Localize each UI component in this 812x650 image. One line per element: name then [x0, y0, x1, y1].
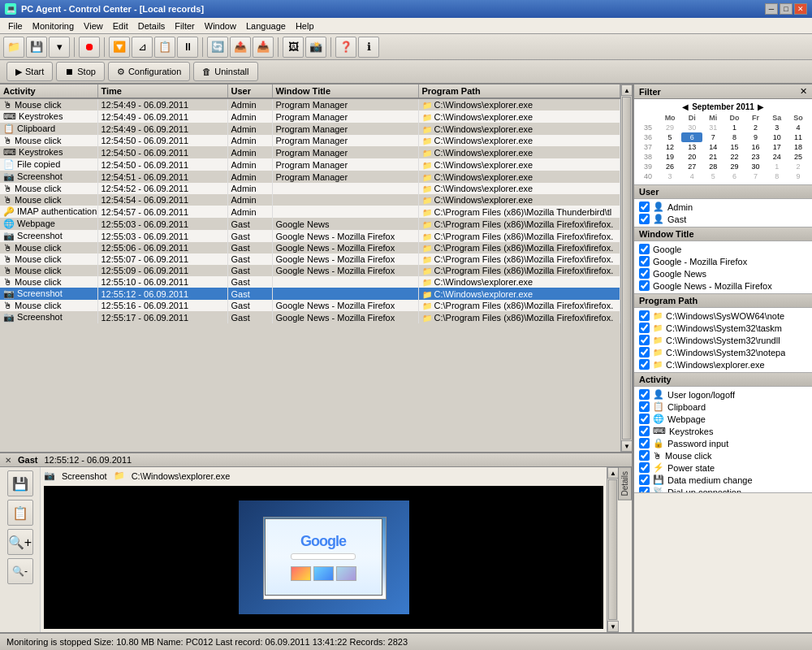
- configuration-button[interactable]: ⚙ Configuration: [108, 62, 190, 81]
- table-row[interactable]: 📋 Clipboard 12:54:49 - 06.09.2011 Admin …: [0, 123, 620, 135]
- user-checkbox[interactable]: [639, 214, 650, 224]
- table-row[interactable]: 📷 Screenshot 12:55:17 - 06.09.2011 Gast …: [0, 311, 620, 323]
- path-checkbox[interactable]: [639, 335, 650, 345]
- calendar-day[interactable]: 18: [788, 142, 809, 152]
- calendar-day[interactable]: 12: [659, 142, 681, 152]
- scroll-up-arrow[interactable]: ▲: [621, 84, 632, 96]
- calendar-day[interactable]: 2: [745, 123, 767, 132]
- calendar-day[interactable]: 3: [659, 171, 681, 181]
- menu-window[interactable]: Window: [200, 20, 241, 32]
- toolbar-import[interactable]: 📥: [253, 37, 274, 58]
- filter-activity-item[interactable]: 🔒Password input: [637, 437, 809, 449]
- filter-activity-item[interactable]: ⌨Keystrokes: [637, 425, 809, 437]
- filter-activity-item[interactable]: 👤User logon/logoff: [637, 388, 809, 401]
- window-checkbox[interactable]: [639, 256, 650, 266]
- calendar-day[interactable]: 22: [723, 152, 745, 162]
- toolbar-record[interactable]: ⏺: [79, 37, 100, 58]
- maximize-button[interactable]: □: [780, 3, 793, 15]
- calendar-day[interactable]: 6: [723, 171, 745, 181]
- calendar-day[interactable]: 20: [681, 152, 702, 162]
- cal-prev-btn[interactable]: ◀: [679, 102, 692, 111]
- calendar-day[interactable]: 30: [681, 123, 702, 132]
- close-button[interactable]: ✕: [794, 3, 807, 15]
- menu-filter[interactable]: Filter: [170, 20, 199, 32]
- calendar-day[interactable]: 29: [723, 162, 745, 171]
- calendar-day[interactable]: 29: [659, 123, 681, 132]
- toolbar-help[interactable]: ❓: [335, 37, 356, 58]
- calendar-day[interactable]: 4: [788, 123, 809, 132]
- calendar-day[interactable]: 31: [702, 123, 723, 132]
- table-row[interactable]: 🔑 IMAP authentication 12:54:57 - 06.09.2…: [0, 206, 620, 218]
- activity-checkbox[interactable]: [639, 450, 650, 461]
- calendar-day[interactable]: 23: [745, 152, 767, 162]
- window-checkbox[interactable]: [639, 268, 650, 279]
- toolbar-funnel[interactable]: ⊿: [132, 37, 153, 58]
- calendar-day[interactable]: 1: [723, 123, 745, 132]
- calendar-day[interactable]: 5: [702, 171, 723, 181]
- user-checkbox[interactable]: [639, 202, 650, 212]
- toolbar-screenshot2[interactable]: 📸: [305, 37, 326, 58]
- activity-checkbox[interactable]: [639, 438, 650, 448]
- filter-path-item[interactable]: 📁C:\Windows\System32\rundll: [637, 334, 809, 346]
- filter-activity-item[interactable]: 💾Data medium change: [637, 474, 809, 486]
- toolbar-pause[interactable]: ⏸: [177, 37, 198, 58]
- filter-path-item[interactable]: 📁C:\Windows\SysWOW64\note: [637, 310, 809, 322]
- calendar-day[interactable]: 28: [702, 162, 723, 171]
- calendar-day[interactable]: 26: [659, 162, 681, 171]
- scroll-down-arrow[interactable]: ▼: [621, 440, 632, 452]
- details-zoom-in-btn[interactable]: 🔍+: [7, 529, 33, 555]
- cal-next-btn[interactable]: ▶: [754, 102, 767, 111]
- calendar-day[interactable]: 27: [681, 162, 702, 171]
- calendar-day[interactable]: 9: [788, 171, 809, 181]
- table-row[interactable]: ⌨ Keystrokes 12:54:49 - 06.09.2011 Admin…: [0, 110, 620, 123]
- filter-user-item[interactable]: 👤Gast: [637, 213, 809, 225]
- details-scroll-down[interactable]: ▼: [607, 621, 619, 632]
- calendar-day[interactable]: 2: [788, 162, 809, 171]
- table-row[interactable]: 🖱 Mouse click 12:54:50 - 06.09.2011 Admi…: [0, 135, 620, 146]
- calendar-day[interactable]: 4: [681, 171, 702, 181]
- table-row[interactable]: 📷 Screenshot 12:54:51 - 06.09.2011 Admin…: [0, 171, 620, 183]
- calendar-day[interactable]: 25: [788, 152, 809, 162]
- menu-view[interactable]: View: [79, 20, 108, 32]
- calendar-day[interactable]: 9: [745, 132, 767, 142]
- details-zoom-out-btn[interactable]: 🔍-: [7, 558, 33, 584]
- toolbar-open[interactable]: 📁: [3, 37, 24, 58]
- filter-window-item[interactable]: Google: [637, 243, 809, 255]
- path-checkbox[interactable]: [639, 347, 650, 358]
- calendar-day[interactable]: 13: [681, 142, 702, 152]
- table-row[interactable]: 🖱 Mouse click 12:55:09 - 06.09.2011 Gast…: [0, 265, 620, 276]
- path-checkbox[interactable]: [639, 359, 650, 370]
- menu-file[interactable]: File: [3, 20, 28, 32]
- activity-checkbox[interactable]: [639, 487, 650, 492]
- calendar-day[interactable]: 8: [767, 171, 788, 181]
- calendar-day[interactable]: 3: [767, 123, 788, 132]
- calendar-day[interactable]: 10: [767, 132, 788, 142]
- filter-path-item[interactable]: 📁C:\Windows\System32\taskm: [637, 322, 809, 334]
- calendar-day[interactable]: 24: [767, 152, 788, 162]
- filter-activity-item[interactable]: ⚡Power state: [637, 462, 809, 474]
- filter-path-item[interactable]: 📁C:\Windows\System32\notepa: [637, 346, 809, 358]
- activity-checkbox[interactable]: [639, 401, 650, 412]
- filter-path-item[interactable]: 📁C:\Windows\explorer.exe: [637, 358, 809, 370]
- calendar-day[interactable]: 11: [788, 132, 809, 142]
- table-row[interactable]: 🖱 Mouse click 12:55:16 - 06.09.2011 Gast…: [0, 300, 620, 311]
- toolbar-dropdown[interactable]: ▾: [49, 37, 70, 58]
- table-row[interactable]: 🖱 Mouse click 12:54:49 - 06.09.2011 Admi…: [0, 98, 620, 110]
- minimize-button[interactable]: ─: [765, 3, 778, 15]
- toolbar-export[interactable]: 📤: [230, 37, 251, 58]
- toolbar-screenshot[interactable]: 🖼: [283, 37, 304, 58]
- details-close-btn[interactable]: ✕: [5, 456, 11, 465]
- table-row[interactable]: 🖱 Mouse click 12:55:07 - 06.09.2011 Gast…: [0, 254, 620, 265]
- filter-window-item[interactable]: Google News - Mozilla Firefox: [637, 280, 809, 292]
- window-checkbox[interactable]: [639, 280, 650, 291]
- calendar-day[interactable]: 15: [723, 142, 745, 152]
- table-row[interactable]: 🌐 Webpage 12:55:03 - 06.09.2011 Gast Goo…: [0, 218, 620, 230]
- col-window-title[interactable]: Window Title: [272, 84, 418, 98]
- toolbar-refresh[interactable]: 🔄: [207, 37, 228, 58]
- start-button[interactable]: ▶ Start: [6, 62, 53, 81]
- col-program-path[interactable]: Program Path: [418, 84, 620, 98]
- filter-activity-item[interactable]: 🌐Webpage: [637, 413, 809, 425]
- calendar-day[interactable]: 16: [745, 142, 767, 152]
- activity-checkbox[interactable]: [639, 414, 650, 424]
- calendar-day[interactable]: 30: [745, 162, 767, 171]
